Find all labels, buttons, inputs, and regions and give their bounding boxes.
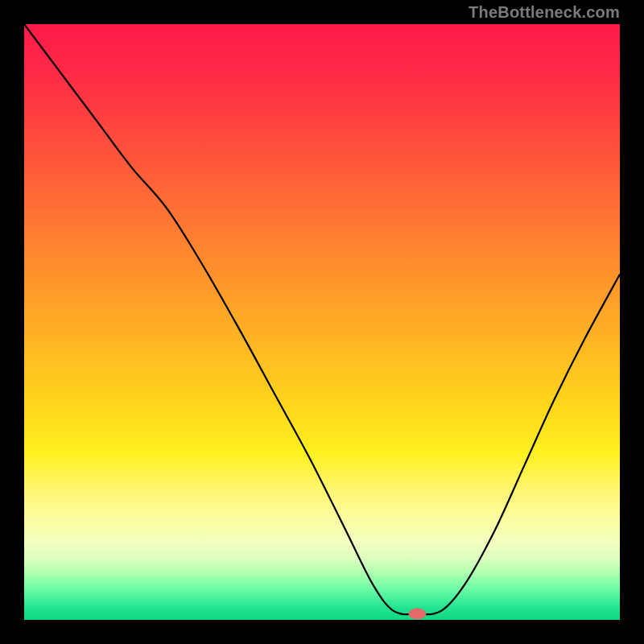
watermark-text: TheBottleneck.com bbox=[469, 3, 620, 22]
optimum-marker bbox=[408, 609, 426, 620]
chart-frame: TheBottleneck.com bbox=[0, 0, 644, 644]
plot-area bbox=[24, 24, 620, 620]
bottleneck-curve bbox=[24, 24, 620, 614]
plot-svg bbox=[24, 24, 620, 620]
